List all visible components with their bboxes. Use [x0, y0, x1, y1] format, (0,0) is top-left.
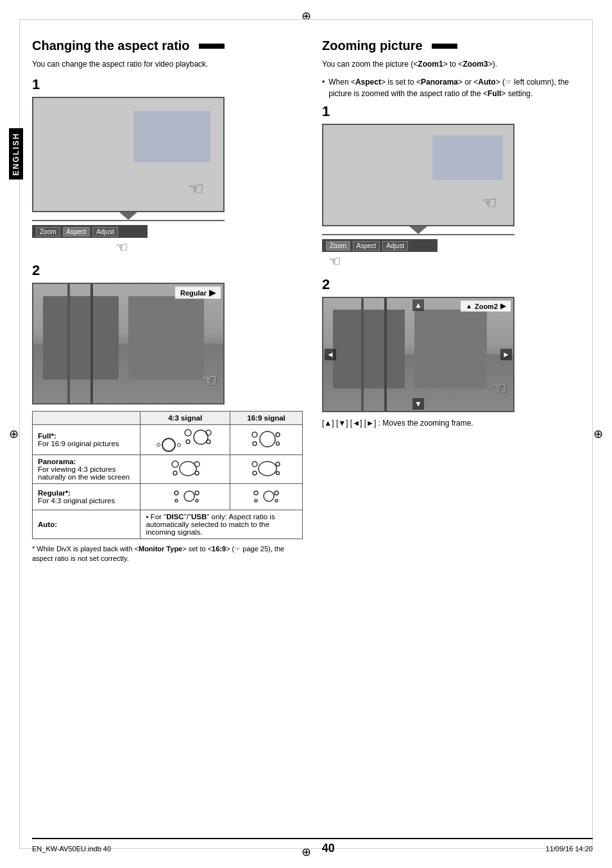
svg-point-18 [276, 462, 280, 466]
step2-overlay: Regular ▶ [175, 287, 221, 299]
overlay-arrow: ▶ [209, 288, 216, 297]
right-connector-tri [409, 226, 427, 234]
right-title-bar [432, 44, 457, 49]
svg-point-17 [259, 462, 276, 476]
row-full-label: Full*:For 16:9 original pictures [33, 425, 140, 455]
right-toolbar-hand: ☜ [328, 253, 341, 269]
toolbar-adjust-tab[interactable]: Adjust [92, 227, 118, 237]
left-title-text: Changing the aspect ratio [32, 38, 190, 53]
svg-point-26 [255, 499, 257, 502]
row-regular-label: Regular*:For 4:3 original pictures [33, 484, 140, 510]
circle [157, 443, 160, 447]
right-toolbar-hand-area: ☜ [322, 253, 593, 270]
svg-point-21 [175, 499, 178, 502]
bullet-dot: • [322, 76, 325, 99]
left-toolbar: Zoom Aspect Adjust [32, 225, 148, 238]
screen-connector [32, 212, 225, 221]
svg-point-14 [195, 471, 199, 475]
zoom-pole1 [361, 298, 364, 411]
svg-point-13 [194, 462, 200, 467]
aspect-icon-full-43 [157, 438, 181, 452]
zoom-pole2 [384, 298, 387, 411]
right-toolbar-adjust-tab[interactable]: Adjust [382, 241, 408, 251]
right-toolbar: Zoom Aspect Adjust [322, 239, 438, 252]
right-hand-step1: ☜ [481, 192, 497, 213]
right-step1-screen-box: ☜ [322, 124, 514, 226]
row-regular-169 [230, 484, 303, 510]
row-panorama-label: Panorama:For viewing 4:3 pictures natura… [33, 455, 140, 484]
right-step1-number: 1 [322, 103, 593, 120]
left-step1-screen-box: ☜ [32, 97, 225, 212]
right-screen-highlight [432, 135, 503, 180]
table-row-full: Full*:For 16:9 original pictures [33, 425, 303, 455]
zoom-up-arrow-small: ▲ [466, 303, 472, 310]
train-scene-bg [33, 284, 223, 403]
toolbar-zoom-tab[interactable]: Zoom [36, 227, 60, 237]
zoom-nav-right[interactable]: ► [500, 349, 512, 360]
aspect-svg-panorama-43 [170, 459, 201, 478]
hand-icon-step1: ☜ [188, 178, 204, 199]
border-top [19, 19, 593, 20]
zoom-train1 [333, 310, 405, 388]
english-sidebar-label: ENGLISH [9, 128, 23, 179]
svg-point-6 [253, 442, 257, 446]
zoom-nav-down[interactable]: ▼ [412, 398, 424, 410]
svg-point-16 [253, 471, 257, 475]
left-step2-number: 2 [32, 262, 303, 279]
right-connector-line [322, 234, 514, 235]
svg-point-9 [276, 442, 280, 446]
right-step1-screen: ☜ [322, 124, 593, 235]
svg-point-23 [195, 491, 199, 495]
svg-point-22 [184, 491, 194, 501]
right-desc: You can zoom the picture (<Zoom1> to <Zo… [322, 58, 593, 70]
left-section-title: Changing the aspect ratio [32, 38, 303, 53]
table-col-label [33, 412, 140, 425]
right-screen-connector [322, 226, 514, 235]
aspect-svg-full-43 [183, 428, 214, 447]
aspect-svg-full-169 [251, 430, 282, 449]
right-toolbar-zoom-tab[interactable]: Zoom [326, 241, 350, 251]
reg-mark-right: ⊕ [593, 427, 603, 441]
connector-triangle [119, 212, 137, 220]
zoom-overlay-label: Zoom2 [475, 303, 498, 310]
zoom-nav-left[interactable]: ◄ [325, 349, 336, 360]
step2-hand-cursor: ☜ [202, 371, 217, 390]
aspect-svg-panorama-169 [251, 459, 282, 478]
svg-point-12 [180, 462, 196, 476]
reg-mark-left: ⊕ [9, 427, 19, 441]
right-title-text: Zooming picture [322, 38, 423, 53]
bullet-text: When <Aspect> is set to <Panorama> or <A… [328, 76, 593, 99]
pole1 [67, 284, 70, 403]
connector-line [32, 220, 225, 221]
left-footnote: * While DivX is played back with <Monito… [32, 544, 303, 564]
right-section-title: Zooming picture [322, 38, 593, 53]
svg-point-5 [252, 432, 257, 437]
pole2 [90, 284, 93, 403]
row-full-169 [230, 425, 303, 455]
svg-point-10 [172, 461, 178, 467]
svg-point-1 [186, 440, 190, 444]
circle-big [162, 438, 176, 452]
aspect-svg-regular-43 [170, 487, 201, 506]
zoom-train2 [414, 310, 486, 388]
right-step2-number: 2 [322, 276, 593, 293]
svg-point-24 [196, 499, 198, 502]
svg-point-7 [260, 431, 275, 447]
left-step2-screen: Regular ▶ ☜ [32, 283, 225, 405]
zoom-overlay-arrow: ▶ [500, 302, 506, 310]
table-col1-header: 4:3 signal [140, 412, 230, 425]
toolbar-aspect-tab[interactable]: Aspect [63, 227, 90, 237]
left-step1-number: 1 [32, 76, 303, 93]
svg-point-11 [173, 471, 177, 475]
svg-point-29 [275, 499, 278, 502]
right-toolbar-aspect-tab[interactable]: Aspect [353, 241, 380, 251]
zoom-hand-cursor: ☜ [492, 378, 507, 398]
table-row-panorama: Panorama:For viewing 4:3 pictures natura… [33, 455, 303, 484]
row-regular-43 [140, 484, 230, 510]
row-panorama-169 [230, 455, 303, 484]
zoom-nav-up[interactable]: ▲ [412, 299, 424, 311]
reg-mark-top: ⊕ [302, 9, 311, 23]
left-step1-screen: ☜ [32, 97, 303, 221]
svg-point-27 [264, 491, 274, 501]
right-bullet-item: • When <Aspect> is set to <Panorama> or … [322, 76, 593, 99]
